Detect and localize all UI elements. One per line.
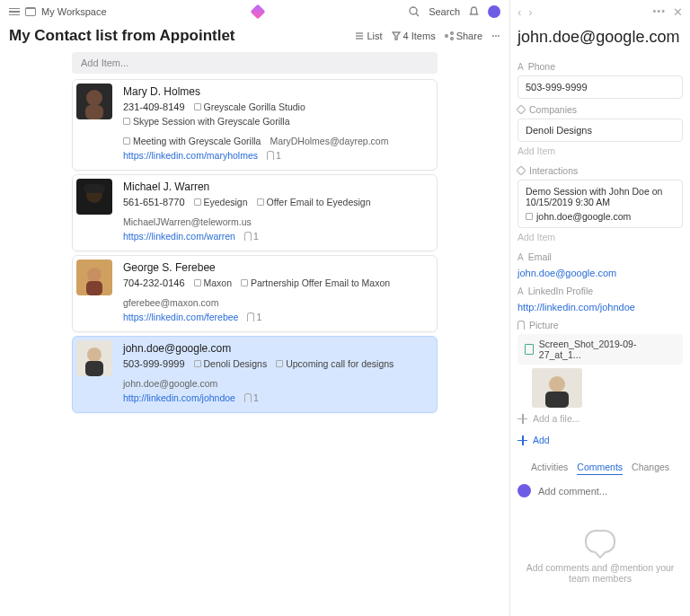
contact-email: MichaelJWarren@teleworm.us (123, 216, 252, 227)
svg-point-5 (445, 35, 447, 38)
contact-phone: 704-232-0146 (123, 277, 185, 288)
contact-card[interactable]: john.doe@google.com 503-999-9999 Denoli … (72, 336, 438, 413)
svg-point-21 (87, 348, 102, 362)
folder-icon (25, 7, 36, 16)
attachment-count[interactable]: 1 (267, 150, 281, 161)
contact-card[interactable]: Mary D. Holmes 231-409-8149 Greyscale Go… (72, 79, 438, 171)
contact-name: john.doe@google.com (123, 342, 431, 355)
filter-button[interactable]: 4 Items (392, 31, 436, 41)
search-icon[interactable] (409, 6, 420, 17)
company-chip[interactable]: Eyedesign (194, 197, 248, 207)
field-label-email: AEmail (518, 251, 683, 262)
phone-value[interactable]: 503-999-9999 (518, 75, 683, 99)
tab-activities[interactable]: Activities (531, 462, 568, 475)
more-icon[interactable] (491, 31, 500, 40)
add-item-input[interactable]: Add Item... (72, 52, 438, 74)
svg-point-10 (498, 35, 500, 37)
company-chip[interactable]: Maxon (194, 277, 233, 288)
app-logo-icon[interactable] (250, 4, 265, 20)
share-button[interactable]: Share (445, 31, 482, 41)
contact-linkedin[interactable]: http://linkedin.com/johndoe (123, 392, 235, 403)
search-label[interactable]: Search (429, 6, 460, 17)
add-interaction[interactable]: Add Item (518, 228, 683, 246)
more-icon[interactable]: ••• (652, 5, 666, 19)
contact-name: Michael J. Warren (123, 180, 431, 193)
bell-icon[interactable] (469, 6, 479, 17)
attachment-count[interactable]: 1 (244, 392, 259, 403)
contact-name: George S. Ferebee (123, 261, 431, 274)
contact-email: john.doe@google.com (123, 378, 217, 389)
add-file[interactable]: Add a file... (518, 408, 683, 429)
file-icon (525, 344, 534, 355)
svg-rect-25 (545, 392, 569, 408)
interaction-chip[interactable]: Upcoming call for designs (276, 358, 394, 369)
menu-icon[interactable] (9, 8, 20, 16)
svg-rect-22 (85, 361, 103, 376)
contact-name: Mary D. Holmes (123, 85, 431, 98)
add-company[interactable]: Add Item (518, 142, 683, 160)
linkedin-value[interactable]: http://linkedin.com/johndoe (518, 300, 683, 314)
comment-input[interactable] (538, 486, 683, 497)
close-icon[interactable]: ✕ (673, 5, 683, 19)
detail-title: john.doe@google.com (518, 24, 683, 56)
tab-comments[interactable]: Comments (577, 462, 623, 475)
field-label-picture: Picture (518, 320, 683, 330)
contact-card[interactable]: Michael J. Warren 561-651-8770 Eyedesign… (72, 174, 438, 251)
field-label-linkedin: ALinkedIn Profile (518, 286, 683, 296)
svg-line-1 (416, 13, 419, 16)
list-view-button[interactable]: List (355, 31, 382, 41)
contact-phone: 503-999-9999 (123, 358, 185, 369)
svg-point-0 (410, 7, 417, 14)
contact-linkedin[interactable]: https://linkedin.com/maryholmes (123, 150, 258, 161)
field-label-phone: APhone (518, 61, 683, 72)
interaction-chip[interactable]: Partnership Offer Email to Maxon (241, 277, 390, 288)
svg-point-9 (495, 35, 497, 37)
company-chip[interactable]: Denoli Designs (194, 358, 268, 369)
svg-point-8 (492, 35, 494, 37)
company-chip[interactable]: Greyscale Gorilla Studio (194, 101, 305, 112)
contact-phone: 561-651-8770 (123, 197, 185, 207)
file-attachment[interactable]: Screen_Shot_2019-09-27_at_1... (518, 334, 683, 365)
picture-thumbnail[interactable] (532, 368, 582, 408)
interaction-chip[interactable]: Meeting with Greyscale Gorilla (123, 136, 261, 146)
svg-point-24 (549, 376, 565, 392)
contact-avatar (76, 179, 112, 215)
email-value[interactable]: john.doe@google.com (518, 266, 683, 280)
contact-card[interactable]: George S. Ferebee 704-232-0146 Maxon Par… (72, 255, 438, 332)
svg-point-6 (450, 32, 453, 35)
plus-icon (518, 414, 527, 424)
attachment-count[interactable]: 1 (247, 312, 261, 322)
attachment-count[interactable]: 1 (244, 231, 259, 242)
field-label-interactions: Interactions (518, 165, 683, 176)
workspace-name[interactable]: My Workspace (41, 6, 107, 17)
contact-linkedin[interactable]: https://linkedin.com/ferebee (123, 312, 238, 322)
user-avatar (518, 484, 531, 497)
contact-email: MaryDHolmes@dayrep.com (270, 136, 388, 146)
interaction-chip[interactable]: Offer Email to Eyedesign (257, 197, 371, 207)
tab-changes[interactable]: Changes (632, 462, 669, 475)
svg-rect-19 (86, 281, 102, 295)
contact-avatar (76, 84, 112, 119)
empty-state-text: Add comments and @mention your team memb… (518, 562, 683, 584)
contact-phone: 231-409-8149 (123, 101, 185, 112)
plus-icon (518, 436, 527, 445)
svg-point-18 (87, 268, 102, 282)
contact-linkedin[interactable]: https://linkedin.com/warren (123, 231, 235, 242)
page-title: My Contact list from Appointlet (9, 27, 348, 45)
user-avatar[interactable] (488, 5, 500, 18)
prev-button[interactable]: ‹ (518, 5, 521, 19)
svg-point-12 (86, 90, 102, 106)
interaction-chip[interactable]: Skype Session with Greyscale Gorilla (123, 116, 290, 127)
contact-email: gferebee@maxon.com (123, 297, 218, 308)
add-field[interactable]: Add (518, 429, 683, 451)
company-value[interactable]: Denoli Designs (518, 119, 683, 142)
contact-avatar (76, 260, 112, 295)
comment-bubble-icon (585, 530, 615, 553)
contact-avatar (76, 340, 112, 376)
field-label-companies: Companies (518, 104, 683, 115)
svg-rect-16 (84, 184, 105, 193)
interaction-value[interactable]: Demo Session with John Doe on 10/15/2019… (518, 180, 683, 228)
svg-point-7 (450, 38, 453, 40)
svg-rect-13 (85, 105, 103, 119)
next-button[interactable]: › (528, 5, 532, 19)
